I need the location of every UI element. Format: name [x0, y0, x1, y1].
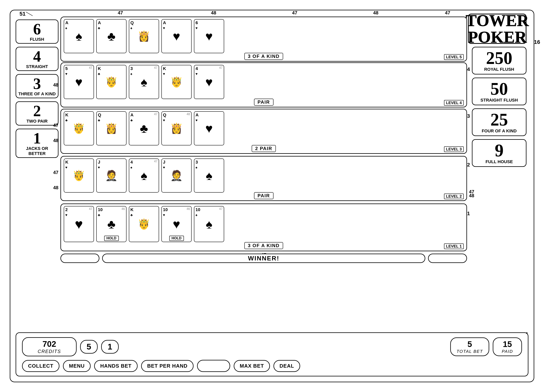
payout-fk-label: FOUR OF A KIND	[475, 128, 523, 134]
payout-fh-num: 9	[475, 142, 523, 159]
logo-line1: TOWER	[466, 12, 529, 29]
row5-level: LEVEL 5	[444, 54, 464, 60]
card-row-level2: 47 48 K♥ 🤴 J♥ 🤵 4♠ 47 ♠ J♥ 🤵 3♠ ♠ PAIR L…	[60, 156, 467, 201]
max-bet-button[interactable]: MAX BET	[234, 360, 270, 372]
bet-per-hand-number: 1	[106, 342, 113, 351]
card-r5-1: A♠ ♠	[64, 19, 94, 53]
card-r1-1: 2♥ 47 ♥	[64, 206, 94, 242]
payout-flush-label: FLUSH	[18, 37, 56, 42]
card-r2-3: 4♠ 47 ♠	[129, 159, 159, 193]
bottom-buttons-row: COLLECT MENU HANDS BET BET PER HAND MAX …	[22, 360, 522, 372]
payout-three-kind-num: 3	[18, 76, 56, 91]
payout-jacks: 1 JACKS OR BETTER	[16, 129, 59, 158]
paid-label: PAID	[498, 349, 517, 354]
total-bet-display: 5 TOTAL BET	[450, 337, 489, 356]
payout-jacks-num: 1	[18, 131, 56, 146]
logo-line2: POKER	[468, 29, 527, 45]
payout-fh-label: FULL HOUSE	[475, 159, 523, 164]
payout-four-kind: 25 FOUR OF A KIND	[472, 108, 526, 136]
card-r1-4: 10♥ 46 ♥ HOLD	[161, 206, 192, 242]
row3-label: 2 PAIR	[252, 145, 276, 152]
card-r4-5: 4♥ 47 ♥	[194, 65, 224, 99]
payout-flush: 6 FLUSH	[16, 19, 59, 44]
bet-per-hand-button[interactable]: BET PER HAND	[141, 360, 194, 372]
payout-straight-flush: 50 STRAIGHT FLUSH	[472, 77, 526, 105]
payout-full-house: 9 FULL HOUSE	[472, 139, 526, 167]
payout-two-pair-num: 2	[18, 103, 56, 119]
card-r3-3: A♣ 47 ♣	[129, 111, 159, 145]
payout-royal-label: ROYAL FLUSH	[475, 67, 523, 72]
card-row-level3: 47 48 K♣ 🤴 Q♣ 👸 A♣ 47 ♣ Q♥ 48 👸 A♥ ♥ 2 P…	[60, 109, 467, 154]
credits-number: 702	[29, 339, 70, 349]
payout-sf-label: STRAIGHT FLUSH	[475, 98, 523, 103]
payout-two-pair: 2 TWO PAIR	[16, 101, 59, 125]
bottom-control-panel: 702 CREDITS 5 1 5 TOTAL BET 15 PAID COLL…	[16, 332, 528, 376]
bottom-info-row: 702 CREDITS 5 1 5 TOTAL BET 15 PAID	[22, 337, 522, 356]
payout-jacks-label: JACKS OR BETTER	[18, 146, 56, 156]
card-r3-2: Q♣ 👸	[96, 111, 126, 145]
row5-label: 3 OF A KIND	[244, 53, 283, 60]
card-r4-4: K♥ 🤴	[161, 65, 192, 99]
card-r4-1: 5♥ 47 ♥	[64, 65, 94, 99]
card-r4-2: K♣ 🤴	[96, 65, 126, 99]
hold-badge-r1-4: HOLD	[169, 236, 184, 241]
card-row-level1: 2♥ 47 ♥ 10♣ 46 ♣ HOLD K♣ 🤴 10♥ 46 ♥ HOLD…	[60, 203, 467, 251]
credits-label: CREDITS	[29, 349, 70, 354]
row3-level: LEVEL 3	[444, 146, 464, 152]
payout-sf-num: 50	[475, 80, 523, 98]
card-r2-2: J♥ 🤵	[96, 159, 126, 193]
left-payout-panel: 6 FLUSH 4 STRAIGHT 3 THREE OF A KIND 2 T…	[16, 19, 59, 158]
deal-button[interactable]: DEAL	[273, 360, 300, 372]
card-r5-2: A♣ ♣	[96, 19, 126, 53]
card-r3-4: Q♥ 48 👸	[161, 111, 192, 145]
credits-display: 702 CREDITS	[22, 337, 77, 356]
logo-area: TOWER POKER	[468, 14, 526, 44]
total-bet-number: 5	[456, 339, 483, 349]
card-row-level4: 48 5♥ 47 ♥ K♣ 🤴 3♠ 47 ♠ K♥ 🤴 4♥ 47 ♥ PAI…	[60, 62, 467, 107]
right-payout-panel: 250 ROYAL FLUSH 50 STRAIGHT FLUSH 25 FOU…	[472, 47, 526, 167]
card-r1-2: 10♣ 46 ♣ HOLD	[96, 206, 126, 242]
empty-oval-1	[197, 360, 230, 372]
payout-straight: 4 STRAIGHT	[16, 47, 59, 71]
winner-bar-left-oval	[60, 254, 99, 263]
payout-royal-num: 250	[475, 49, 523, 67]
payout-flush-num: 6	[18, 21, 56, 37]
card-r1-3: K♣ 🤴	[129, 206, 159, 242]
card-r1-5: 10♠ 47 ♠	[194, 206, 224, 242]
card-r5-5: 6♥ ♥	[194, 19, 224, 53]
total-bet-label: TOTAL BET	[456, 349, 483, 354]
row4-level: LEVEL 4	[444, 100, 464, 106]
winner-bar: WINNER!	[60, 253, 467, 264]
card-r3-1: K♣ 🤴	[64, 111, 94, 145]
card-r2-4: J♥ 🤵	[161, 159, 192, 193]
hands-bet-button[interactable]: HANDS BET	[94, 360, 138, 372]
winner-bar-center: WINNER!	[102, 254, 425, 263]
paid-display: 15 PAID	[493, 337, 522, 356]
row2-level: LEVEL 2	[444, 194, 464, 199]
row2-label: PAIR	[254, 192, 273, 199]
card-r2-5: 3♠ ♠	[194, 159, 224, 193]
payout-royal: 250 ROYAL FLUSH	[472, 47, 526, 74]
card-r2-1: K♥ 🤴	[64, 159, 94, 193]
collect-button[interactable]: COLLECT	[22, 360, 59, 372]
hands-bet-display: 5	[80, 340, 98, 354]
ref-51-tl: 51	[19, 11, 25, 17]
card-r4-3: 3♠ 47 ♠	[129, 65, 159, 99]
row1-level: LEVEL 1	[444, 244, 464, 249]
hands-bet-number: 5	[85, 342, 92, 351]
payout-three-kind: 3 THREE OF A KIND	[16, 74, 59, 98]
card-r5-3: Q♠ 👸	[129, 19, 159, 53]
payout-two-pair-label: TWO PAIR	[18, 119, 56, 124]
payout-three-kind-label: THREE OF A KIND	[18, 91, 56, 96]
row1-label: 3 OF A KIND	[244, 242, 283, 249]
card-r3-5: A♥ ♥	[194, 111, 224, 145]
bet-per-hand-display: 1	[101, 340, 119, 354]
ref-16: 16	[534, 39, 540, 45]
menu-button[interactable]: MENU	[63, 360, 91, 372]
card-r5-4: A♥ ♥	[161, 19, 192, 53]
card-row-level5: 47 48 47 48 47 A♠ ♠ A♣ ♣ Q♠ 👸 A♥ ♥ 6♥ ♥ …	[60, 17, 467, 62]
hold-badge-r1-2: HOLD	[104, 236, 119, 241]
paid-number: 15	[498, 339, 517, 349]
payout-straight-label: STRAIGHT	[18, 64, 56, 69]
winner-bar-right-oval	[428, 254, 467, 263]
